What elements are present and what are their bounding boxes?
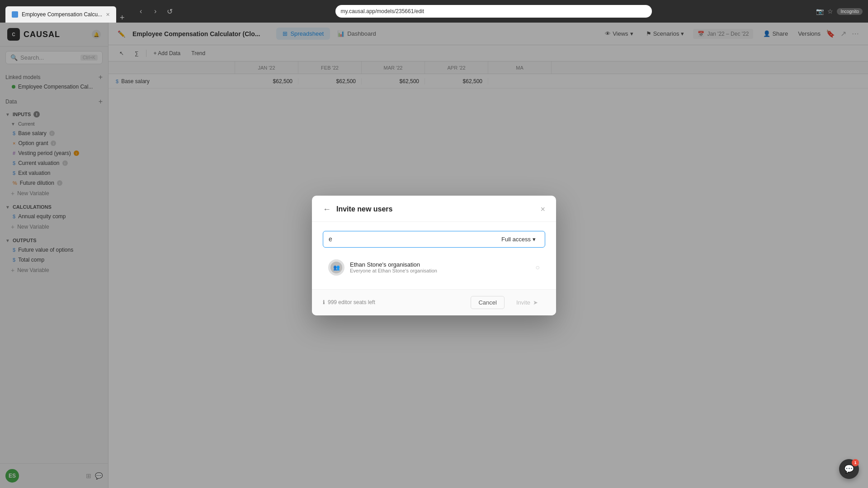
chat-notification-badge: 1: [852, 459, 859, 466]
nav-buttons: ‹ › ↺: [135, 5, 176, 18]
search-result-item[interactable]: 👥 Ethan Stone's organisation Everyone at…: [323, 255, 545, 280]
incognito-badge: Incognito: [837, 8, 863, 15]
tab-close-button[interactable]: ✕: [106, 12, 110, 18]
seats-text: 999 editor seats left: [328, 299, 375, 305]
modal-title: Invite new users: [336, 205, 393, 213]
invite-button[interactable]: Invite ➤: [509, 296, 545, 309]
org-avatar-icon: 👥: [333, 264, 340, 271]
address-bar[interactable]: my.causal.app/models/235661/edit: [335, 5, 652, 18]
tab-title: Employee Compensation Calcu...: [22, 11, 102, 18]
browser-actions: 📷 ☆ Incognito: [816, 8, 863, 15]
invite-email-input[interactable]: [329, 235, 494, 243]
camera-icon[interactable]: 📷: [816, 8, 824, 15]
footer-buttons: Cancel Invite ➤: [471, 296, 545, 309]
access-chevron-icon: ▾: [533, 236, 536, 243]
modal-header: ← Invite new users ×: [312, 196, 556, 222]
browser-chrome: Employee Compensation Calcu... ✕ + ‹ › ↺…: [0, 0, 868, 23]
result-check-icon: ○: [535, 263, 540, 272]
org-avatar: 👥: [328, 259, 344, 276]
org-sub-text: Everyone at Ethan Stone's organisation: [350, 268, 437, 273]
modal-body: Full access ▾ 👥 Ethan Stone's organisati…: [312, 222, 556, 289]
browser-tabs: Employee Compensation Calcu... ✕ +: [5, 0, 127, 23]
org-name: Ethan Stone's organisation: [350, 261, 437, 268]
send-icon: ➤: [533, 299, 538, 306]
chat-bubble-button[interactable]: 💬 1: [839, 459, 859, 479]
access-level-select[interactable]: Full access ▾: [498, 234, 539, 244]
invite-users-modal: ← Invite new users × Full access ▾ 👥: [312, 196, 556, 315]
invite-input-container: Full access ▾: [323, 231, 545, 248]
seats-info: ℹ 999 editor seats left: [323, 299, 375, 305]
org-info: Ethan Stone's organisation Everyone at E…: [350, 261, 437, 273]
back-button[interactable]: ‹: [135, 5, 147, 18]
modal-overlay: ← Invite new users × Full access ▾ 👥: [0, 23, 868, 488]
modal-footer: ℹ 999 editor seats left Cancel Invite ➤: [312, 289, 556, 315]
modal-back-button[interactable]: ←: [323, 205, 331, 214]
app-container: C CAUSAL 🔔 🔍 Search... Ctrl+K Linked mod…: [0, 23, 868, 488]
forward-button[interactable]: ›: [149, 5, 162, 18]
cancel-button[interactable]: Cancel: [471, 296, 504, 309]
invite-label: Invite: [516, 299, 530, 306]
new-tab-button[interactable]: +: [117, 13, 127, 23]
chat-notif-count: 1: [854, 460, 856, 465]
info-circle-icon: ℹ: [323, 299, 325, 305]
access-level-label: Full access: [501, 236, 531, 243]
reload-button[interactable]: ↺: [164, 5, 176, 18]
url-display: my.causal.app/models/235661/edit: [341, 8, 425, 14]
modal-close-button[interactable]: ×: [540, 205, 545, 214]
org-avatar-inner: 👥: [330, 262, 342, 273]
bookmark-icon[interactable]: ☆: [827, 8, 833, 15]
active-tab[interactable]: Employee Compensation Calcu... ✕: [5, 6, 116, 23]
chat-icon: 💬: [844, 464, 854, 474]
tab-favicon: [12, 11, 18, 18]
